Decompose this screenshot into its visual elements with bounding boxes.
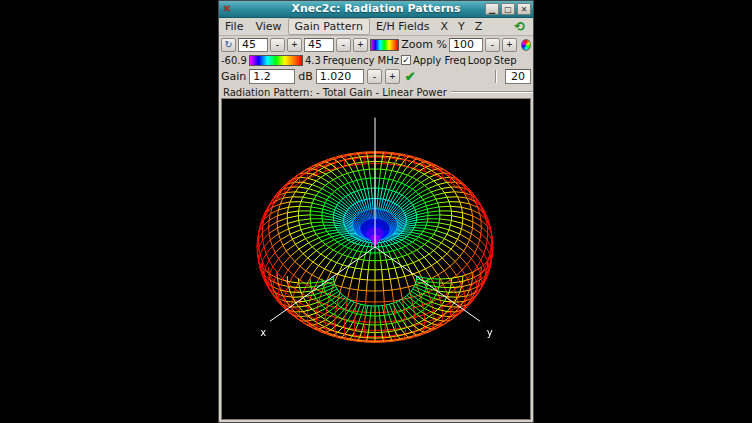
- plot-title: Radiation Pattern: - Total Gain - Linear…: [223, 87, 447, 98]
- azimuth-plus-button[interactable]: +: [287, 38, 302, 52]
- radiation-plot: [221, 98, 531, 420]
- azimuth-input[interactable]: [238, 38, 268, 52]
- freq-steps-field[interactable]: [505, 69, 531, 84]
- gain-value-field[interactable]: [249, 69, 295, 84]
- plot-frame-label: Radiation Pattern: - Total Gain - Linear…: [219, 86, 533, 98]
- titlebar[interactable]: ✕ Xnec2c: Radiation Patterns ▁ □ ✕: [219, 1, 533, 18]
- menubar: File View Gain Pattern E/H Fields X Y Z …: [219, 18, 533, 36]
- frequency-minus-button[interactable]: -: [367, 69, 382, 84]
- menu-view[interactable]: View: [249, 18, 287, 35]
- menu-x-axis[interactable]: X: [435, 18, 453, 35]
- frequency-toolbar: -60.9 4.3 Frequency MHz ✓ Apply Freq Loo…: [219, 53, 533, 67]
- gain-unit-label: dB: [298, 70, 313, 83]
- colormap-bar-small: [370, 39, 399, 51]
- close-button[interactable]: ✕: [517, 3, 531, 15]
- gain-toolbar: Gain dB - + ✔: [219, 67, 533, 86]
- menu-y-axis[interactable]: Y: [453, 18, 470, 35]
- elevation-minus-button[interactable]: -: [336, 38, 351, 52]
- colorbar-max-db: 4.3: [305, 55, 321, 66]
- toolbar-separator: [495, 70, 497, 83]
- maximize-button[interactable]: □: [501, 3, 515, 15]
- azimuth-minus-button[interactable]: -: [270, 38, 285, 52]
- colorbar-min-db: -60.9: [221, 55, 247, 66]
- apply-check-icon[interactable]: ✔: [403, 69, 418, 84]
- radiation-patterns-window: ✕ Xnec2c: Radiation Patterns ▁ □ ✕ File …: [218, 0, 534, 423]
- menu-gain-pattern[interactable]: Gain Pattern: [288, 18, 370, 35]
- redraw-icon[interactable]: ⟲: [514, 19, 525, 35]
- apply-freq-checkbox[interactable]: ✓: [401, 55, 411, 65]
- frequency-plus-button[interactable]: +: [385, 69, 400, 84]
- loop-button[interactable]: Loop: [468, 55, 492, 66]
- colormap-icon[interactable]: [521, 39, 531, 51]
- gain-label: Gain: [221, 70, 246, 83]
- app-icon: ✕: [221, 3, 233, 15]
- desktop: ✕ Xnec2c: Radiation Patterns ▁ □ ✕ File …: [0, 0, 752, 423]
- elevation-input[interactable]: [304, 38, 334, 52]
- radiation-pattern-canvas[interactable]: [222, 99, 530, 419]
- frequency-input[interactable]: [316, 69, 364, 84]
- menu-eh-fields[interactable]: E/H Fields: [370, 18, 436, 35]
- elevation-plus-button[interactable]: +: [353, 38, 368, 52]
- frame-line: [451, 91, 533, 93]
- step-button[interactable]: Step: [494, 55, 517, 66]
- menu-file[interactable]: File: [219, 18, 249, 35]
- zoom-plus-button[interactable]: +: [502, 38, 517, 52]
- apply-freq-label[interactable]: Apply Freq: [413, 55, 466, 66]
- colormap-bar-large: [249, 55, 303, 66]
- zoom-minus-button[interactable]: -: [485, 38, 500, 52]
- menu-z-axis[interactable]: Z: [470, 18, 488, 35]
- zoom-label: Zoom %: [401, 38, 447, 51]
- frequency-mhz-label: Frequency MHz: [323, 55, 399, 66]
- zoom-input[interactable]: [449, 38, 483, 52]
- view-toolbar: ↻ - + - + Zoom % - +: [219, 36, 533, 53]
- window-buttons: ▁ □ ✕: [483, 3, 531, 15]
- minimize-button[interactable]: ▁: [485, 3, 499, 15]
- rotate-icon[interactable]: ↻: [221, 38, 236, 52]
